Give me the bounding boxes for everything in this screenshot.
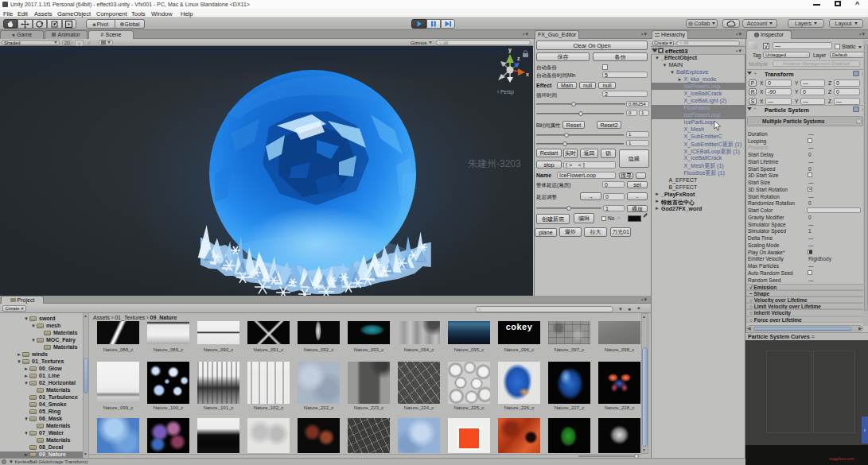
svg-text:y: y (508, 47, 512, 53)
svg-text:x: x (526, 72, 529, 77)
svg-text:朱建州-3203: 朱建州-3203 (468, 158, 521, 169)
svg-text:‹ Persp: ‹ Persp (497, 89, 514, 95)
svg-text:z: z (517, 56, 520, 61)
